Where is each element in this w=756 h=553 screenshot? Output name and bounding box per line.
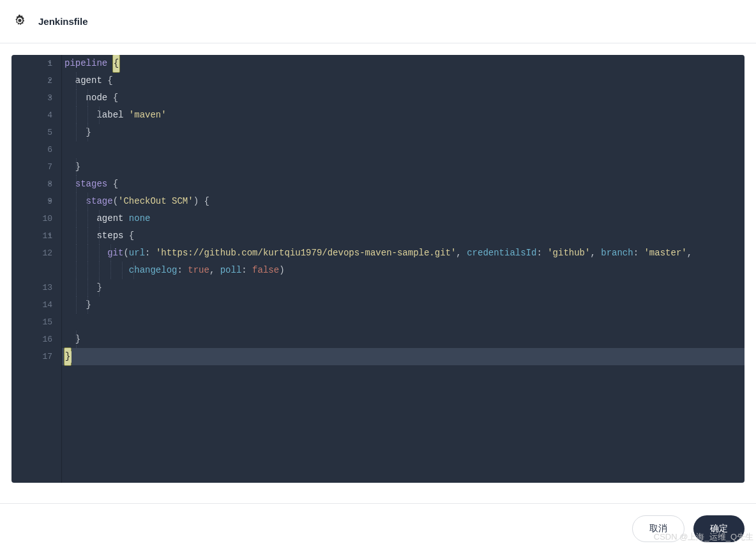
code-line[interactable]: changelog: true, poll: false)	[62, 262, 745, 279]
text-cursor	[70, 351, 72, 363]
code-line[interactable]: }	[62, 279, 745, 296]
line-number: 12	[11, 245, 52, 262]
cancel-button[interactable]: 取消	[632, 515, 684, 542]
code-line[interactable]	[62, 141, 745, 158]
confirm-button[interactable]: 确定	[693, 515, 745, 542]
line-number: 11▾	[11, 227, 52, 245]
fold-icon[interactable]: ▾	[49, 72, 52, 89]
line-number: 6	[11, 141, 52, 158]
line-number: 1▾	[11, 55, 52, 72]
code-line[interactable]: node {	[62, 89, 745, 107]
code-editor[interactable]: 1▾2▾3▾45678▾9▾1011▾121314151617 pipeline…	[11, 55, 745, 483]
line-number: 16	[11, 331, 52, 348]
line-number: 8▾	[11, 176, 52, 193]
code-line[interactable]: pipeline {	[62, 55, 745, 72]
editor-container: 1▾2▾3▾45678▾9▾1011▾121314151617 pipeline…	[0, 43, 756, 494]
line-number: 15	[11, 314, 52, 331]
code-line[interactable]: git(url: 'https://github.com/kurtqiu1979…	[62, 245, 745, 262]
fold-icon[interactable]: ▾	[49, 89, 52, 107]
code-line[interactable]: stages {	[62, 176, 745, 193]
line-number: 14	[11, 296, 52, 314]
line-number: 4	[11, 107, 52, 124]
line-number: 2▾	[11, 72, 52, 89]
code-line[interactable]: agent {	[62, 72, 745, 89]
gear-icon	[13, 13, 27, 30]
line-number: 9▾	[11, 193, 52, 210]
line-number: 17	[11, 348, 52, 365]
code-line[interactable]: agent none	[62, 210, 745, 227]
code-line[interactable]: }	[62, 296, 745, 314]
header: Jenkinsfile	[0, 0, 756, 43]
line-number: 10	[11, 210, 52, 227]
line-number	[11, 262, 52, 279]
code-line[interactable]: steps {	[62, 227, 745, 245]
code-line[interactable]: label 'maven'	[62, 107, 745, 124]
code-line[interactable]: }	[62, 158, 745, 176]
line-number: 3▾	[11, 89, 52, 107]
line-number: 5	[11, 124, 52, 141]
code-line[interactable]: stage('CheckOut SCM') {	[62, 193, 745, 210]
line-number: 7	[11, 158, 52, 176]
code-line[interactable]: }	[62, 331, 745, 348]
code-line[interactable]: }	[62, 348, 745, 365]
code-line[interactable]: }	[62, 124, 745, 141]
fold-icon[interactable]: ▾	[49, 176, 52, 193]
code-content[interactable]: pipeline { agent { node { label 'maven' …	[61, 55, 745, 483]
line-number: 13	[11, 279, 52, 296]
line-number-gutter: 1▾2▾3▾45678▾9▾1011▾121314151617	[11, 55, 61, 483]
fold-icon[interactable]: ▾	[49, 55, 52, 72]
page-title: Jenkinsfile	[38, 16, 88, 27]
fold-icon[interactable]: ▾	[49, 227, 52, 245]
fold-icon[interactable]: ▾	[49, 193, 52, 210]
footer: 取消 确定	[0, 503, 756, 553]
code-line[interactable]	[62, 314, 745, 331]
